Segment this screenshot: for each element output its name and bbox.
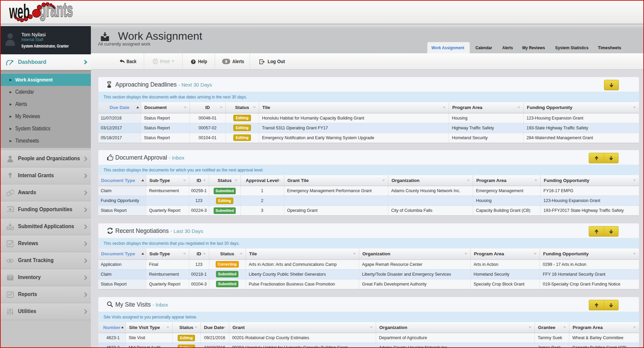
svg-text:?: ?: [192, 60, 194, 64]
